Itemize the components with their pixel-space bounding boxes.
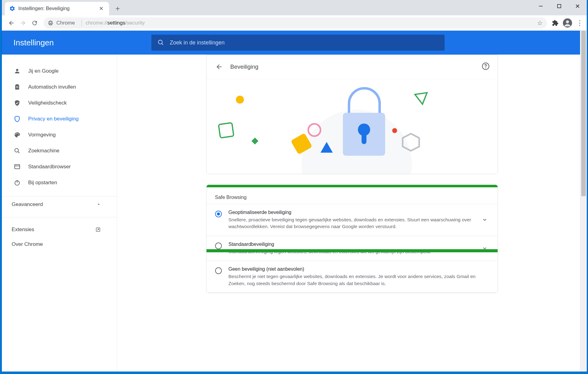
forward-button[interactable]: [17, 17, 29, 29]
sidebar-item-default-browser[interactable]: Standaardbrowser: [2, 159, 117, 175]
window-maximize-button[interactable]: [550, 0, 568, 12]
sidebar-item-label: Automatisch invullen: [28, 84, 76, 90]
help-icon[interactable]: [482, 62, 490, 71]
bookmark-star-icon[interactable]: ☆: [537, 19, 543, 27]
sidebar-item-label: Jij en Google: [28, 68, 59, 74]
svg-rect-31: [362, 134, 366, 144]
browser-icon: [13, 163, 21, 170]
svg-marker-38: [415, 93, 428, 105]
svg-rect-34: [251, 138, 258, 145]
tab-title: Instellingen: Beveiliging: [18, 6, 98, 11]
svg-rect-21: [15, 165, 20, 169]
safe-browsing-card: Safe Browsing Geoptimaliseerde beveiligi…: [206, 185, 498, 293]
extensions-icon[interactable]: [552, 20, 559, 26]
svg-rect-12: [16, 84, 18, 86]
sidebar-item-autofill[interactable]: Automatisch invullen: [2, 79, 117, 95]
sidebar-item-label: Veiligheidscheck: [28, 100, 67, 106]
option-no-protection[interactable]: Geen beveiliging (niet aanbevolen) Besch…: [207, 261, 498, 293]
svg-rect-13: [16, 86, 18, 86]
sidebar-item-search-engine[interactable]: Zoekmachine: [2, 143, 117, 159]
expand-chevron-icon[interactable]: [478, 246, 491, 251]
extensions-label: Extensies: [12, 227, 34, 233]
svg-rect-1: [558, 5, 561, 8]
power-icon: [13, 179, 21, 186]
chevron-down-icon: [97, 202, 101, 207]
sidebar-item-on-startup[interactable]: Bij opstarten: [2, 175, 117, 191]
url-text: chrome://settings/security: [85, 20, 145, 26]
sidebar-item-label: Vormgeving: [28, 132, 56, 138]
address-bar[interactable]: Chrome chrome://settings/security ☆: [44, 17, 547, 29]
omnibox-divider: [82, 20, 82, 26]
option-enhanced-protection[interactable]: Geoptimaliseerde beveiliging Snellere, p…: [207, 204, 498, 236]
external-link-icon: [95, 227, 101, 232]
browser-tab[interactable]: Instellingen: Beveiliging ✕: [5, 2, 109, 15]
svg-point-4: [48, 21, 53, 25]
radio-button[interactable]: [215, 242, 222, 249]
sidebar-item-label: Privacy en beveiliging: [28, 116, 78, 122]
clipboard-icon: [13, 83, 21, 91]
window-minimize-button[interactable]: [532, 0, 550, 12]
advanced-label: Geavanceerd: [12, 201, 43, 208]
search-icon: [13, 147, 21, 155]
scrollbar-track[interactable]: [580, 31, 587, 372]
svg-point-32: [236, 96, 244, 104]
app-title: Instellingen: [13, 38, 151, 48]
shield-icon: [13, 115, 21, 123]
safe-browsing-title: Safe Browsing: [207, 185, 498, 204]
gear-icon: [9, 6, 15, 12]
shield-check-icon: [13, 99, 21, 107]
tab-strip: Instellingen: Beveiliging ✕ +: [2, 0, 587, 15]
security-hero-card: Beveiliging: [206, 55, 498, 174]
site-info-icon[interactable]: Chrome: [48, 20, 75, 26]
about-label: Over Chrome: [12, 241, 43, 247]
main-menu-button[interactable]: ⋮: [576, 19, 583, 27]
sidebar-link-extensions[interactable]: Extensies: [2, 222, 117, 237]
svg-point-16: [16, 133, 17, 134]
svg-point-8: [158, 40, 162, 44]
scrollbar-thumb[interactable]: [581, 31, 586, 196]
hero-illustration: [207, 79, 498, 174]
settings-main: Beveiliging: [117, 55, 587, 372]
svg-point-19: [15, 148, 18, 152]
svg-rect-11: [15, 85, 19, 90]
sidebar-item-safety-check[interactable]: Veiligheidscheck: [2, 95, 117, 111]
svg-point-27: [485, 67, 486, 68]
window-close-button[interactable]: [568, 0, 587, 12]
profile-avatar[interactable]: [563, 18, 572, 28]
svg-point-18: [18, 134, 19, 135]
page-title: Beveiliging: [230, 63, 259, 70]
option-description: Standaardbeveiliging tegen websites, dow…: [229, 248, 475, 255]
svg-point-7: [566, 20, 569, 23]
option-standard-protection[interactable]: Standaardbeveiliging Standaardbeveiligin…: [207, 236, 498, 261]
expand-chevron-icon[interactable]: [478, 217, 491, 223]
svg-rect-14: [16, 87, 18, 88]
radio-button[interactable]: [215, 267, 222, 274]
svg-line-20: [18, 152, 20, 153]
palette-icon: [13, 131, 21, 139]
new-tab-button[interactable]: +: [113, 4, 123, 13]
sidebar-advanced-toggle[interactable]: Geavanceerd: [2, 196, 117, 212]
radio-button[interactable]: [215, 211, 222, 217]
search-placeholder: Zoek in de instellingen: [170, 40, 225, 46]
close-tab-icon[interactable]: ✕: [98, 5, 105, 13]
sidebar-link-about[interactable]: Over Chrome: [2, 237, 117, 252]
back-button[interactable]: [6, 17, 17, 29]
svg-rect-33: [218, 123, 234, 138]
sidebar-item-you-and-google[interactable]: Jij en Google: [2, 63, 117, 79]
sidebar-item-label: Zoekmachine: [28, 148, 59, 154]
reload-button[interactable]: [29, 17, 40, 29]
toolbar: Chrome chrome://settings/security ☆ ⋮: [2, 15, 587, 31]
sidebar-item-appearance[interactable]: Vormgeving: [2, 127, 117, 143]
person-icon: [13, 67, 21, 75]
option-title: Geoptimaliseerde beveiliging: [229, 210, 475, 215]
sidebar-item-privacy-security[interactable]: Privacy en beveiliging: [2, 111, 117, 127]
option-description: Beschermt je niet tegen gevaarlijke webs…: [229, 273, 488, 287]
option-description: Snellere, proactieve beveiliging tegen g…: [229, 216, 475, 230]
sidebar-item-label: Bij opstarten: [28, 180, 57, 186]
svg-point-15: [15, 134, 16, 135]
back-arrow-button[interactable]: [215, 63, 223, 71]
settings-search-input[interactable]: Zoek in de instellingen: [151, 35, 445, 51]
svg-point-39: [392, 128, 397, 133]
svg-point-17: [17, 133, 18, 134]
svg-line-9: [162, 44, 163, 45]
